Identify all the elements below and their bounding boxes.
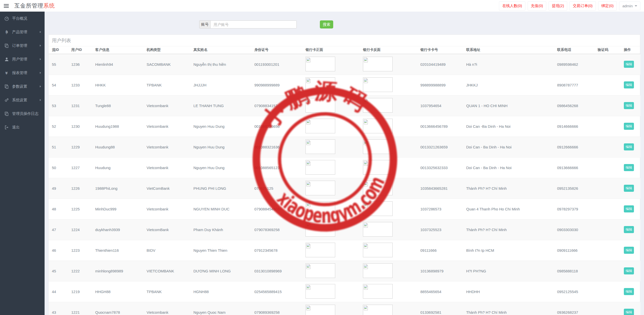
card-back-thumbnail[interactable] [363, 305, 393, 315]
card-front-thumbnail[interactable] [306, 119, 335, 133]
card-back-thumbnail[interactable] [363, 201, 393, 216]
cell-id-number: 990988999889 [251, 75, 302, 95]
topbar-hot-link-0[interactable]: 在线人数(0) [499, 1, 525, 11]
topbar-hot-link-4[interactable]: 绑定(0) [598, 1, 617, 11]
card-back-thumbnail[interactable] [363, 263, 393, 278]
menu-toggle-icon[interactable] [4, 4, 9, 8]
table-row: 4912261988PhiLongVietComBankPHUNG PHI LO… [49, 178, 640, 199]
card-back-thumbnail[interactable] [363, 160, 393, 175]
column-header-2: 客户信息 [92, 46, 143, 54]
edit-button[interactable]: 编辑 [624, 247, 634, 254]
cell-address: Thành Ph? H? Chí Minh [463, 302, 554, 315]
cell-phone: 0914666666 [554, 116, 594, 137]
edit-button[interactable]: 编辑 [624, 205, 634, 212]
edit-button[interactable]: 编辑 [624, 309, 634, 315]
card-back-thumbnail[interactable] [363, 284, 393, 299]
params-icon [4, 84, 9, 89]
cell-card-front-image [302, 54, 360, 75]
cell-card-number: 1037286573 [417, 199, 463, 219]
topbar-hot-link-2[interactable]: 提现(2) [549, 1, 567, 11]
edit-button[interactable]: 编辑 [624, 226, 634, 233]
card-front-thumbnail[interactable] [306, 305, 335, 315]
sidebar-item-7[interactable]: 管理员操作日志 [0, 107, 45, 120]
cell-bank-type: Vietcombank [143, 137, 190, 157]
card-front-thumbnail[interactable] [306, 160, 335, 175]
cell-actions: 编辑 [621, 157, 640, 178]
edit-button[interactable]: 编辑 [624, 288, 634, 295]
edit-button[interactable]: 编辑 [624, 81, 634, 88]
edit-button[interactable]: 编辑 [624, 102, 634, 109]
cell-bank-type: Vietcombank [143, 95, 190, 116]
cell-flow-id: 54 [49, 75, 68, 95]
cell-card-back-image [360, 137, 417, 157]
edit-button[interactable]: 编辑 [624, 267, 634, 274]
card-front-thumbnail[interactable] [306, 243, 335, 257]
cell-card-back-image [360, 261, 417, 281]
chevron-right-icon [40, 99, 41, 101]
cell-id-number: 001088565123 [251, 157, 302, 178]
cell-card-front-image [302, 219, 360, 240]
edit-button[interactable]: 编辑 [624, 61, 634, 68]
card-front-thumbnail[interactable] [306, 181, 335, 195]
bitcoin-icon: B [4, 29, 9, 35]
card-back-thumbnail[interactable] [363, 243, 393, 257]
card-back-thumbnail[interactable] [363, 57, 393, 71]
sidebar-item-2[interactable]: 订单管理 [0, 39, 45, 52]
table-row: 531231Tungle88VietcombankLE THANH TUNG07… [49, 95, 640, 116]
sidebar-item-1[interactable]: B产品管理 [0, 25, 45, 39]
sidebar-item-5[interactable]: 参数设置 [0, 80, 45, 93]
edit-button[interactable]: 编辑 [624, 123, 634, 130]
card-back-thumbnail[interactable] [363, 181, 393, 195]
search-input[interactable] [210, 20, 297, 28]
card-back-thumbnail[interactable] [363, 222, 393, 237]
card-front-thumbnail[interactable] [306, 98, 335, 113]
edit-button[interactable]: 编辑 [624, 164, 634, 171]
sidebar-item-4[interactable]: ¥报表管理 [0, 66, 45, 80]
admin-menu[interactable]: admin [619, 2, 640, 10]
card-front-thumbnail[interactable] [306, 284, 335, 299]
card-back-thumbnail[interactable] [363, 119, 393, 133]
cell-address: Doi Can - Ba Dinh - Ha Noi [463, 137, 554, 157]
card-back-thumbnail[interactable] [363, 139, 393, 154]
sidebar-item-8[interactable]: 退出 [0, 120, 45, 134]
cell-phone: 0952135826 [554, 178, 594, 199]
card-front-thumbnail[interactable] [306, 77, 335, 92]
cell-user-id: 1223 [68, 240, 92, 261]
cell-id-number: 001088326656 [251, 116, 302, 137]
cell-user-id: 1231 [68, 95, 92, 116]
edit-button[interactable]: 编辑 [624, 185, 634, 192]
card-front-thumbnail[interactable] [306, 263, 335, 278]
cell-id-number: 079078369258 [251, 219, 302, 240]
card-front-thumbnail[interactable] [306, 139, 335, 154]
cell-bank-type: BIDV [143, 240, 190, 261]
cell-address: Doi Can -Ba Dinh - Ha Noi [463, 116, 554, 137]
edit-button[interactable]: 编辑 [624, 143, 634, 150]
cell-client-info: HHGH88 [92, 281, 143, 302]
card-back-thumbnail[interactable] [363, 98, 393, 113]
card-front-thumbnail[interactable] [306, 222, 335, 237]
cell-flow-id: 47 [49, 219, 68, 240]
topbar-hot-link-1[interactable]: 充值(0) [528, 1, 546, 11]
sidebar-item-0[interactable]: 平台概况 [0, 12, 45, 25]
svg-text:B: B [5, 30, 8, 34]
app-title: 互金所管理系统 [14, 2, 55, 10]
cell-card-number: 10136898979 [417, 261, 463, 281]
cell-real-name: Nguyen Huu Dung [190, 157, 251, 178]
cell-card-back-image [360, 54, 417, 75]
topbar-hot-link-3[interactable]: 交易订单(0) [569, 1, 596, 11]
table-row: 431221Quocnam7878VietcombankNguyen Quoc … [49, 302, 640, 315]
sidebar-item-6[interactable]: 系统设置 [0, 93, 45, 107]
chevron-right-icon [40, 58, 41, 60]
card-back-thumbnail[interactable] [363, 77, 393, 92]
cell-bank-type: Vietcombank [143, 199, 190, 219]
cell-card-back-image [360, 95, 417, 116]
card-front-thumbnail[interactable] [306, 57, 335, 71]
card-front-thumbnail[interactable] [306, 201, 335, 216]
sidebar-item-3[interactable]: 用户管理 [0, 52, 45, 66]
table-header-row: 流ID用户ID客户信息机构类型真实姓名身份证号银行卡正面银行卡反面银行卡卡号联系… [49, 46, 640, 54]
cell-card-number: 998899988899 [417, 75, 463, 95]
column-header-0: 流ID [49, 46, 68, 54]
cell-flow-id: 43 [49, 302, 68, 315]
cell-real-name: HGNH88 [190, 281, 251, 302]
search-button[interactable]: 搜索 [320, 20, 333, 28]
